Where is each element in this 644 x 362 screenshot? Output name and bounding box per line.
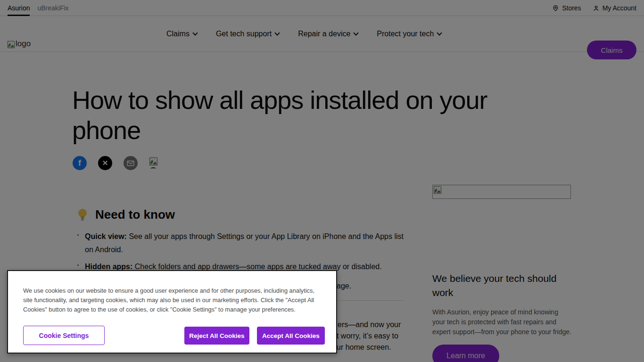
cookie-message: We use cookies on our website to ensure … — [23, 286, 314, 314]
cookie-message-line1: We use cookies on our website to ensure … — [23, 286, 314, 296]
accept-all-cookies-button[interactable]: Accept All Cookies — [257, 327, 325, 345]
cookie-settings-button[interactable]: Cookie Settings — [23, 326, 105, 345]
reject-all-cookies-button[interactable]: Reject All Cookies — [184, 327, 249, 345]
cookie-message-line3: Cookies" button to agree to the use of c… — [23, 305, 314, 314]
cookie-message-line2: site functionality, and targeting cookie… — [23, 296, 314, 305]
cookie-consent-dialog: We use cookies on our website to ensure … — [7, 270, 337, 354]
page: Asurion uBreakiFix Stores My Account — [0, 0, 644, 362]
